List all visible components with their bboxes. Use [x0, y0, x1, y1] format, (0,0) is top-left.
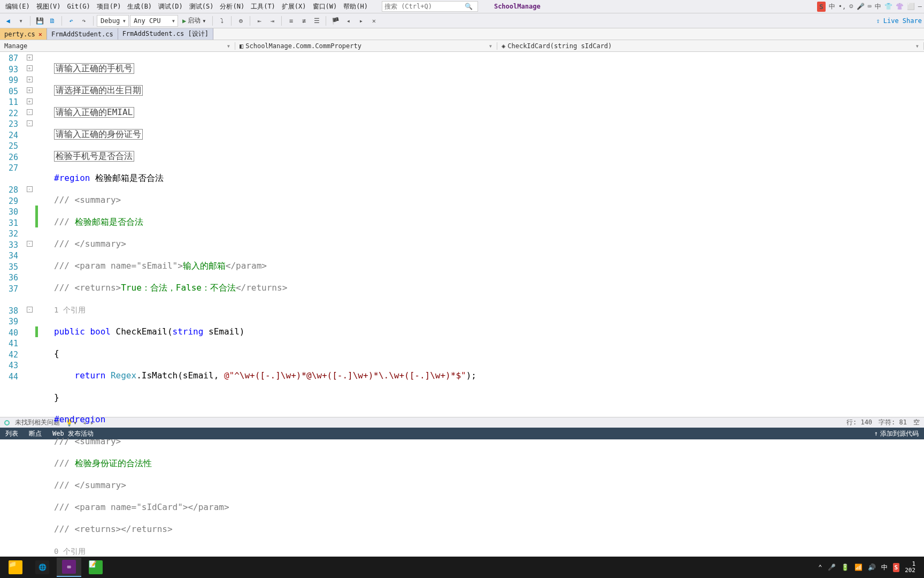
search-input[interactable]: [384, 3, 465, 10]
menu-extensions[interactable]: 扩展(X): [279, 1, 310, 13]
task-vs[interactable]: ∞: [57, 558, 81, 577]
start-button[interactable]: ▶启动 ▾: [179, 16, 209, 25]
indent-inc-button[interactable]: ⇥: [266, 15, 278, 27]
toolbar: ◀ ▾ 💾 🗎 ↶ ↷ Debug Any CPU ▶启动 ▾ ⤵ ⚙ ⇤ ⇥ …: [0, 13, 924, 28]
task-explorer[interactable]: 📁: [3, 558, 28, 577]
saveall-button[interactable]: 🗎: [47, 15, 58, 27]
menu-tools[interactable]: 工具(T): [248, 1, 279, 13]
menu-analyze[interactable]: 分析(N): [217, 1, 248, 13]
process-button[interactable]: ⚙: [235, 15, 247, 27]
redo-button[interactable]: ↷: [78, 15, 90, 27]
menu-debug[interactable]: 调试(D): [155, 1, 186, 13]
member-dropdown[interactable]: ◈CheckIdCard(string sIdCard): [497, 42, 924, 50]
doc-tab-frmaddstudent[interactable]: FrmAddStudent.cs: [47, 28, 118, 40]
navigation-bar: Manage ◧SchoolManage.Comm.CommProperty ◈…: [0, 40, 924, 52]
bm-prev-button[interactable]: ◂: [342, 15, 354, 27]
ime-bar: S 中 •, ☺ 🎤 ⌨ 中 👕 👚 ⬜ —: [817, 2, 922, 12]
task-browser[interactable]: 🌐: [30, 558, 55, 577]
code-area[interactable]: 请输入正确的手机号 请选择正确的出生日期 请输入正确的EMIAL 请输入正确的身…: [38, 52, 924, 417]
chevron-up-icon[interactable]: ⌃: [818, 564, 822, 571]
class-icon: ◧: [240, 42, 243, 50]
menu-build[interactable]: 生成(B): [124, 1, 155, 13]
sogou-icon[interactable]: S: [817, 2, 826, 12]
menu-project[interactable]: 项目(P): [94, 1, 125, 13]
btab-errors[interactable]: 列表: [0, 428, 24, 439]
doc-tab-perty[interactable]: perty.cs ✕: [0, 28, 47, 40]
document-tabs: perty.cs ✕ FrmAddStudent.cs FrmAddStuden…: [0, 28, 924, 40]
tab-label: FrmAddStudent.cs: [51, 31, 113, 38]
sogou-tray-icon[interactable]: S: [893, 563, 900, 572]
separator: [250, 16, 250, 26]
separator: [93, 16, 94, 26]
menu-git[interactable]: Git(G): [64, 1, 93, 12]
uncomment-button[interactable]: ≢: [298, 15, 310, 27]
config-dropdown[interactable]: Debug: [97, 15, 129, 27]
nav-back-button[interactable]: ◀: [2, 15, 14, 27]
bm-clear-button[interactable]: ✕: [368, 15, 380, 27]
toolbox-icon[interactable]: ⬜: [907, 3, 915, 10]
class-dropdown[interactable]: ◧SchoolManage.Comm.CommProperty: [235, 42, 497, 50]
ime-emoji[interactable]: ☺: [849, 3, 853, 10]
mic-tray-icon[interactable]: 🎤: [828, 564, 836, 571]
project-dropdown[interactable]: Manage: [0, 42, 235, 50]
wifi-icon[interactable]: 📶: [854, 564, 863, 571]
battery-icon[interactable]: 🔋: [841, 564, 849, 571]
liveshare-button[interactable]: ⇪ Live Share: [876, 17, 922, 25]
doc-tab-frmaddstudent-design[interactable]: FrmAddStudent.cs [设计]: [118, 28, 213, 40]
system-tray: ⌃ 🎤 🔋 📶 🔊 中 S 1202: [818, 561, 921, 574]
clock[interactable]: 1202: [905, 561, 915, 574]
ime-mode[interactable]: 中: [875, 2, 881, 11]
mic-icon[interactable]: 🎤: [857, 3, 865, 10]
task-notepad[interactable]: 📝: [83, 558, 108, 577]
app-name: SchoolManage: [494, 3, 541, 10]
line-number-gutter: 8793990511222324252627282930313233343536…: [0, 52, 24, 417]
separator: [281, 16, 282, 26]
separator: [231, 16, 232, 26]
save-button[interactable]: 💾: [34, 15, 45, 27]
menu-edit[interactable]: 编辑(E): [2, 1, 33, 13]
bm-next-button[interactable]: ▸: [355, 15, 367, 27]
undo-button[interactable]: ↶: [65, 15, 77, 27]
tab-label: FrmAddStudent.cs [设计]: [122, 29, 209, 39]
comment-button[interactable]: ≡: [285, 15, 297, 27]
fold-column[interactable]: +++++-----: [24, 52, 35, 417]
menu-view[interactable]: 视图(V): [33, 1, 64, 13]
ime-punct[interactable]: •,: [838, 3, 846, 10]
minimize-icon[interactable]: —: [918, 3, 922, 10]
status-ok-icon: [4, 420, 10, 425]
windows-taskbar: 📁 🌐 ∞ 📝 ⌃ 🎤 🔋 📶 🔊 中 S 1202: [0, 557, 924, 578]
method-icon: ◈: [502, 42, 505, 50]
step-over-button[interactable]: ⤵: [216, 15, 228, 27]
separator: [61, 16, 62, 26]
ime-tray[interactable]: 中: [881, 563, 888, 572]
menu-help[interactable]: 帮助(H): [340, 1, 371, 13]
platform-dropdown[interactable]: Any CPU: [130, 15, 178, 27]
code-editor[interactable]: 8793990511222324252627282930313233343536…: [0, 52, 924, 417]
menu-window[interactable]: 窗口(W): [310, 1, 341, 13]
volume-icon[interactable]: 🔊: [868, 564, 876, 571]
liveshare-icon: ⇪: [876, 17, 880, 25]
issues-text[interactable]: 未找到相关问题: [15, 418, 60, 427]
tab-label: perty.cs: [4, 31, 35, 38]
format-button[interactable]: ☰: [311, 15, 322, 27]
skin-icon[interactable]: 👕: [884, 3, 892, 10]
search-box[interactable]: 🔍: [382, 1, 478, 12]
btab-breakpoints[interactable]: 断点: [24, 428, 47, 439]
menu-bar: 编辑(E) 视图(V) Git(G) 项目(P) 生成(B) 调试(D) 测试(…: [0, 0, 924, 13]
separator: [212, 16, 213, 26]
nav-fwd-button[interactable]: ▾: [15, 15, 27, 27]
skin2-icon[interactable]: 👚: [896, 3, 904, 10]
close-icon[interactable]: ✕: [38, 31, 42, 38]
menu-test[interactable]: 测试(S): [186, 1, 217, 13]
separator: [30, 16, 30, 26]
separator: [326, 16, 326, 26]
bookmark-button[interactable]: 🏴: [329, 15, 341, 27]
ime-lang[interactable]: 中: [829, 2, 835, 11]
search-icon: 🔍: [465, 3, 473, 10]
keyboard-icon[interactable]: ⌨: [868, 3, 872, 10]
indent-dec-button[interactable]: ⇤: [253, 15, 265, 27]
